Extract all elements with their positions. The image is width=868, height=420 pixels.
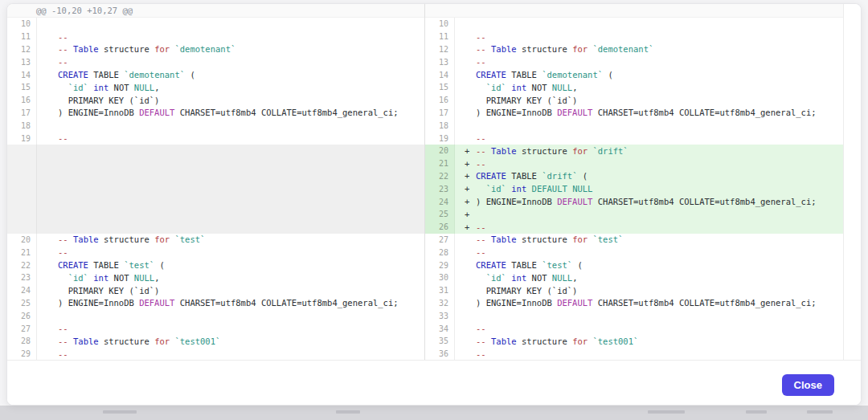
code-line: -- Table structure for `test`: [455, 234, 843, 247]
line-number: 30: [425, 271, 455, 284]
diff-row: 31 PRIMARY KEY (`id`): [425, 284, 843, 297]
line-number: 12: [425, 43, 455, 56]
diff-row: 22CREATE TABLE `test` (: [7, 259, 424, 271]
code-token: Table: [73, 336, 99, 346]
line-number: 17: [7, 107, 37, 120]
code-token: `id`: [486, 83, 506, 92]
diff-row: 36--: [425, 348, 843, 360]
code-token: int: [511, 83, 526, 92]
code-token: `id`: [486, 184, 506, 194]
code-token: DEFAULT: [139, 108, 174, 117]
code-line: -- Table structure for `test001`: [37, 335, 424, 348]
code-token: PRIMARY KEY (`id`): [476, 286, 577, 296]
diff-viewer: @@ -10,20 +10,27 @@ 1011--12-- Table str…: [7, 4, 861, 361]
code-token: [476, 273, 486, 283]
hunk-header-text: @@ -10,20 +10,27 @@: [36, 6, 133, 15]
code-line: +--: [455, 157, 843, 170]
code-token: (: [154, 260, 165, 270]
code-line: [455, 309, 843, 322]
diff-row: 26+--: [425, 221, 843, 234]
code-token: --: [58, 44, 68, 54]
schema-diff-modal: @@ -10,20 +10,27 @@ 1011--12-- Table str…: [6, 3, 862, 406]
code-token: `demotenant`: [542, 70, 603, 80]
line-number: 13: [7, 55, 37, 68]
code-line: ) ENGINE=InnoDB DEFAULT CHARSET=utf8mb4 …: [37, 107, 424, 120]
diff-row: 20+-- Table structure for `drift`: [425, 145, 843, 157]
line-number: 22: [425, 170, 455, 183]
scrollbar-track[interactable]: [844, 4, 861, 360]
diff-row: 34--: [425, 322, 843, 335]
line-number: 26: [7, 309, 37, 322]
code-token: CREATE: [58, 260, 88, 270]
code-token: for: [572, 44, 588, 54]
line-number: 22: [7, 259, 37, 271]
modal-footer: Close: [7, 361, 861, 405]
code-token: `id`: [68, 83, 88, 92]
code-token: structure: [517, 234, 573, 244]
close-button[interactable]: Close: [782, 374, 834, 396]
code-token: NOT: [526, 83, 552, 92]
code-token: `test001`: [592, 336, 638, 346]
code-line: `id` int NOT NULL,: [37, 271, 424, 284]
diff-row: 32) ENGINE=InnoDB DEFAULT CHARSET=utf8mb…: [425, 297, 843, 310]
diff-row: 16 PRIMARY KEY (`id`): [7, 94, 424, 107]
line-number: 26: [425, 221, 455, 234]
code-token: for: [572, 146, 588, 156]
code-line: + `id` int DEFAULT NULL: [455, 182, 843, 195]
code-token: --: [58, 324, 68, 333]
diff-marker: +: [465, 222, 476, 232]
code-token: Table: [491, 146, 517, 156]
diff-row: 35-- Table structure for `test001`: [425, 335, 843, 348]
background-text-remnant: [807, 410, 833, 414]
code-token: CHARSET=utf8mb4 COLLATE=utf8mb4_general_…: [174, 108, 398, 117]
code-line: +CREATE TABLE `drift` (: [455, 170, 843, 183]
code-token: `id`: [486, 273, 506, 283]
line-number: 24: [7, 284, 37, 297]
diff-row: 19--: [425, 132, 843, 145]
code-token: --: [476, 57, 486, 67]
code-token: structure: [99, 44, 155, 54]
code-token: ,: [154, 83, 159, 92]
line-number: 23: [7, 271, 37, 284]
code-token: DEFAULT: [557, 298, 592, 308]
code-token: ,: [154, 273, 159, 283]
code-line: --: [455, 322, 843, 335]
code-token: NOT: [108, 83, 134, 92]
line-number: 27: [7, 322, 37, 335]
line-number: 24: [425, 195, 455, 208]
diff-split-view: @@ -10,20 +10,27 @@ 1011--12-- Table str…: [7, 4, 844, 360]
line-number: 17: [425, 107, 455, 120]
diff-row: 29CREATE TABLE `test` (: [425, 259, 843, 271]
code-token: TABLE: [88, 70, 124, 80]
code-token: ) ENGINE=InnoDB: [58, 298, 139, 308]
line-number: 14: [7, 68, 37, 81]
diff-row: 24+) ENGINE=InnoDB DEFAULT CHARSET=utf8m…: [425, 195, 843, 208]
code-token: CREATE: [58, 70, 88, 80]
code-token: `drift`: [542, 171, 577, 181]
line-number: 33: [425, 309, 455, 322]
diff-marker: +: [465, 210, 476, 219]
code-token: --: [58, 247, 68, 257]
code-token: --: [476, 234, 486, 244]
line-number: 32: [425, 297, 455, 310]
code-token: CREATE: [476, 260, 506, 270]
line-number: 34: [425, 322, 455, 335]
diff-row: 20-- Table structure for `test`: [7, 234, 424, 247]
code-token: --: [476, 133, 486, 143]
code-line: `id` int NOT NULL,: [455, 81, 843, 94]
line-number: 20: [425, 145, 455, 157]
code-line: --: [37, 132, 424, 145]
line-number: 16: [425, 94, 455, 107]
code-line: PRIMARY KEY (`id`): [37, 284, 424, 297]
code-token: --: [476, 159, 486, 169]
diff-row: 23+ `id` int DEFAULT NULL: [425, 182, 843, 195]
code-line: ) ENGINE=InnoDB DEFAULT CHARSET=utf8mb4 …: [455, 107, 843, 120]
code-token: for: [154, 336, 170, 346]
code-token: --: [476, 336, 486, 346]
code-token: structure: [517, 336, 573, 346]
code-token: CREATE: [476, 171, 506, 181]
code-token: --: [476, 324, 486, 333]
code-token: --: [58, 234, 68, 244]
code-line: [455, 119, 843, 132]
code-token: PRIMARY KEY (`id`): [476, 96, 577, 105]
